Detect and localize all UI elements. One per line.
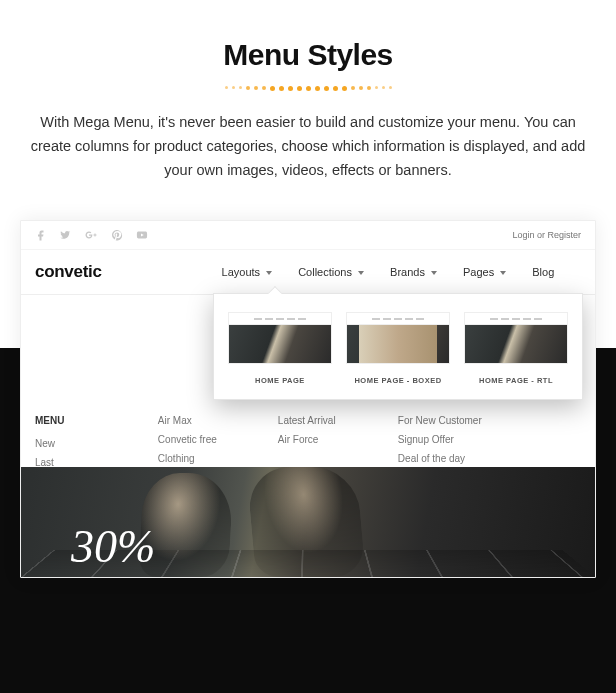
logo[interactable]: convetic (35, 262, 102, 282)
nav-item-brands[interactable]: Brands (390, 266, 437, 278)
menu-link[interactable]: Air Force (278, 430, 358, 449)
menu-link[interactable]: Signup Offer (398, 430, 482, 449)
menu-link[interactable]: Latest Arrival (278, 411, 358, 430)
hero-banner: 30% (21, 467, 595, 577)
social-icons (35, 229, 149, 241)
nav-item-layouts[interactable]: Layouts (222, 266, 273, 278)
pinterest-icon[interactable] (111, 229, 123, 241)
chevron-down-icon (431, 271, 437, 275)
mega-dropdown: HOME PAGEHOME PAGE - BOXEDHOME PAGE - RT… (213, 293, 583, 400)
preview-navbar: convetic Layouts Collections Brands Page… (21, 250, 595, 295)
facebook-icon[interactable] (35, 229, 47, 241)
menu-link[interactable]: Deal of the day (398, 449, 482, 468)
mega-option-label: HOME PAGE (228, 376, 332, 385)
menu-link[interactable]: Air Max (158, 411, 238, 430)
chevron-down-icon (358, 271, 364, 275)
preview-topbar: Login or Register (21, 221, 595, 250)
page-title: Menu Styles (30, 38, 586, 72)
mega-option-label: HOME PAGE - BOXED (346, 376, 450, 385)
sale-text: 30% (71, 520, 155, 573)
mega-option[interactable]: HOME PAGE - BOXED (346, 312, 450, 385)
mega-option-label: HOME PAGE - RTL (464, 376, 568, 385)
mega-option[interactable]: HOME PAGE - RTL (464, 312, 568, 385)
page-description: With Mega Menu, it's never been easier t… (30, 111, 586, 183)
chevron-down-icon (266, 271, 272, 275)
googleplus-icon[interactable] (83, 229, 99, 241)
menu-link[interactable]: For New Customer (398, 411, 482, 430)
nav-item-blog[interactable]: Blog (532, 266, 554, 278)
preview-card: Login or Register convetic Layouts Colle… (20, 220, 596, 578)
nav-item-pages[interactable]: Pages (463, 266, 506, 278)
nav-menu: Layouts Collections Brands Pages Blog (222, 266, 555, 278)
menu-link[interactable]: Clothing (158, 449, 238, 468)
menu-link[interactable]: Convetic free (158, 430, 238, 449)
menu-link[interactable]: New (35, 434, 118, 453)
mega-row: HOME PAGEHOME PAGE - BOXEDHOME PAGE - RT… (228, 312, 568, 385)
divider-dots (30, 86, 586, 91)
twitter-icon[interactable] (59, 229, 71, 241)
youtube-icon[interactable] (135, 229, 149, 241)
column-heading: MENU (35, 411, 118, 430)
login-register-link[interactable]: Login or Register (512, 230, 581, 240)
nav-item-collections[interactable]: Collections (298, 266, 364, 278)
chevron-down-icon (500, 271, 506, 275)
mega-option[interactable]: HOME PAGE (228, 312, 332, 385)
